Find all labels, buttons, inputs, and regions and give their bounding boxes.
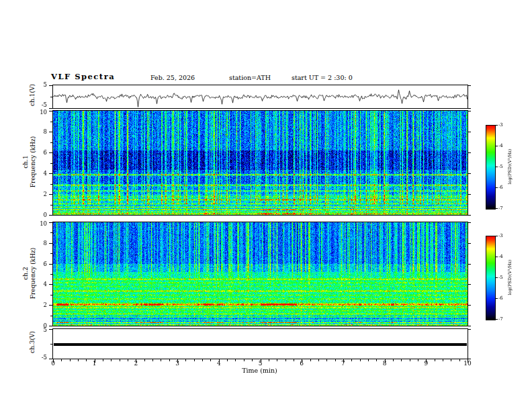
tick-mark <box>202 359 203 361</box>
tick-mark <box>496 277 498 278</box>
tick-label: 10 <box>461 361 474 367</box>
tick-mark <box>310 359 311 361</box>
tick-mark <box>161 359 161 361</box>
tick-mark <box>496 208 498 209</box>
ch1-waveform-panel <box>52 85 468 109</box>
tick-mark <box>185 359 186 361</box>
tick-mark <box>468 326 471 326</box>
ch1-label-line: ch.1 <box>22 118 30 205</box>
tick-mark <box>326 359 327 361</box>
tick-mark <box>111 359 112 361</box>
tick-mark <box>496 319 498 320</box>
ch2-spectrogram-panel <box>52 222 468 326</box>
tick-mark <box>285 359 286 361</box>
tick-mark <box>418 359 418 361</box>
tick-mark <box>468 194 471 195</box>
tick-mark <box>277 359 277 361</box>
tick-label: 7 <box>337 361 350 367</box>
tick-mark <box>252 359 253 361</box>
tick-mark <box>194 359 195 361</box>
tick-label: 3 <box>171 361 184 367</box>
tick-mark <box>496 298 498 299</box>
tick-mark <box>468 222 471 223</box>
colorbar-ch1-label: log(PSD)(V²/Hz) <box>507 136 513 197</box>
tick-mark <box>294 359 294 361</box>
ch1-spectrogram-panel <box>52 110 468 216</box>
tick-mark <box>318 359 319 361</box>
tick-mark <box>496 187 498 188</box>
tick-mark <box>468 305 471 306</box>
tick-mark <box>78 359 79 361</box>
tick-mark <box>468 111 471 111</box>
tick-mark <box>468 215 471 216</box>
tick-mark <box>496 146 498 146</box>
tick-mark <box>235 359 236 361</box>
tick-mark <box>128 359 128 361</box>
tick-mark <box>169 359 170 361</box>
tick-mark <box>443 359 443 361</box>
tick-mark <box>468 359 471 359</box>
station-label: station=ATH <box>229 74 271 81</box>
tick-mark <box>468 152 471 153</box>
tick-mark <box>103 359 103 361</box>
tick-mark <box>210 359 211 361</box>
frequency-khz-label-line: Frequency (kHz) <box>30 230 37 317</box>
tick-label: 0 <box>46 361 60 367</box>
tick-mark <box>376 359 377 361</box>
tick-mark <box>120 359 120 361</box>
tick-mark <box>269 359 269 361</box>
ch1-waveform-canvas <box>53 85 468 108</box>
tick-mark <box>468 264 471 265</box>
colorbar-ch1 <box>486 125 496 210</box>
tick-mark <box>468 329 471 330</box>
tick-mark <box>86 359 87 361</box>
tick-mark <box>177 359 178 363</box>
tick-mark <box>53 359 54 363</box>
tick-mark <box>468 243 471 244</box>
tick-mark <box>468 284 471 285</box>
tick-mark <box>393 359 394 361</box>
tick-label: 4 <box>212 361 226 367</box>
figure-title: VLF Spectra <box>51 72 115 81</box>
tick-mark <box>401 359 402 361</box>
tick-mark <box>496 257 498 257</box>
tick-mark <box>360 359 361 361</box>
tick-label: 8 <box>378 361 392 367</box>
tick-mark <box>136 359 136 363</box>
tick-mark <box>468 173 471 174</box>
tick-mark <box>302 359 302 363</box>
tick-mark <box>244 359 245 361</box>
tick-label: -7 <box>498 316 509 322</box>
ch1-spectrogram-canvas <box>53 111 468 215</box>
tick-mark <box>343 359 344 363</box>
tick-mark <box>451 359 451 361</box>
tick-mark <box>496 167 498 167</box>
tick-mark <box>496 125 498 126</box>
tick-mark <box>426 359 427 363</box>
ch1-voltage-axis-label: ch.1(V) <box>29 68 36 122</box>
ch3-panel <box>52 328 468 359</box>
ch3-flatline-trace <box>54 343 467 346</box>
date-label: Feb. 25, 2026 <box>150 74 195 81</box>
ch2-label-line: ch.2 <box>22 230 30 317</box>
tick-label: 1 <box>88 361 101 367</box>
tick-mark <box>468 85 471 86</box>
tick-mark <box>468 132 471 132</box>
tick-label: 0 <box>31 212 47 218</box>
tick-mark <box>435 359 435 361</box>
tick-label: -3 <box>498 122 509 128</box>
ch2-spectrogram-canvas <box>53 222 468 326</box>
tick-label: 9 <box>419 361 433 367</box>
tick-mark <box>70 359 71 361</box>
tick-mark <box>351 359 352 361</box>
start-ut-label: start UT = 2 :30: 0 <box>292 74 353 81</box>
tick-mark <box>468 359 468 363</box>
tick-label: -3 <box>498 233 509 239</box>
tick-label: 6 <box>295 361 308 367</box>
tick-mark <box>496 236 498 236</box>
tick-mark <box>152 359 153 361</box>
colorbar-ch2-label: log(PSD)(V²/Hz) <box>507 247 513 308</box>
tick-mark <box>144 359 145 361</box>
tick-mark <box>95 359 95 363</box>
time-axis-label: Time (min) <box>226 367 294 374</box>
